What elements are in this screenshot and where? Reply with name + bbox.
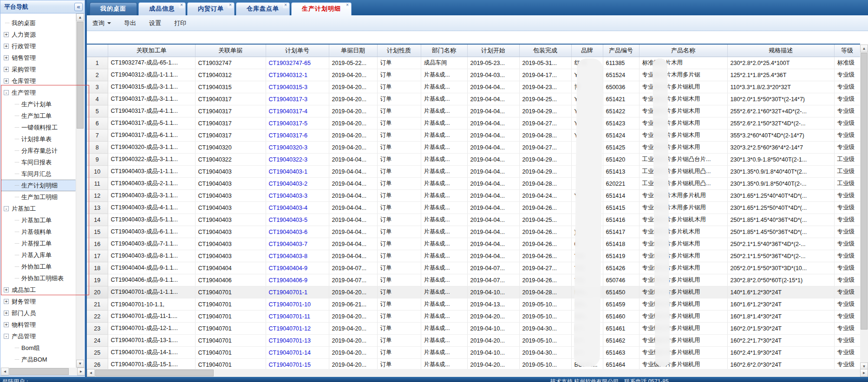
plan-no-link[interactable]: CT19040403-7 xyxy=(266,238,329,250)
grid-vertical-scrollbar[interactable]: ▲ ▼ xyxy=(860,45,868,370)
expand-icon[interactable]: + xyxy=(4,44,9,49)
sidebar-item-成品加工[interactable]: +成品加工 xyxy=(1,284,77,296)
expand-icon[interactable]: + xyxy=(4,311,9,316)
plan-no-link[interactable]: CT19040404-9 xyxy=(266,262,329,274)
table-row[interactable]: 8CT19040320-成品-3-1.1...CT19040320CT19040… xyxy=(87,142,860,154)
table-row[interactable]: 13CT19040403-成品-4-1.1...CT19040403CT1904… xyxy=(87,202,860,214)
sidebar-item-Bom组[interactable]: Bom组 xyxy=(1,342,77,354)
table-row[interactable]: 2CT19040312-成品-1-1.1...CT19040312CT19040… xyxy=(87,69,860,81)
scroll-right-button[interactable]: ► xyxy=(77,368,85,376)
table-row[interactable]: 22CT19040701-成品-11-1....CT19040701CT1904… xyxy=(87,311,860,323)
sidebar-item-生产管理[interactable]: -生产管理 xyxy=(1,87,77,98)
sidebar-item-财务管理[interactable]: +财务管理 xyxy=(1,296,77,307)
sidebar-item-产品管理[interactable]: -产品管理 xyxy=(1,330,77,342)
column-header-品牌[interactable]: 品牌 xyxy=(571,45,603,57)
plan-no-link[interactable]: CT19040701-12 xyxy=(266,323,329,335)
collapse-node-icon[interactable]: - xyxy=(4,334,9,339)
plan-no-link[interactable]: CT19040315-3 xyxy=(266,81,329,93)
table-row[interactable]: 14CT19040403-成品-5-1.1...CT19040403CT1904… xyxy=(87,214,860,226)
tab-仓库盘点单[interactable]: 仓库盘点单× xyxy=(236,2,290,15)
sidebar-item-生产加工明细[interactable]: 生产加工明细 xyxy=(1,191,77,203)
plan-no-link[interactable]: CT19040403-1 xyxy=(266,166,329,178)
plan-no-link[interactable]: CT19040403-5 xyxy=(266,214,329,226)
plan-no-link[interactable]: CT19040701-13 xyxy=(266,335,329,347)
row-number-header[interactable] xyxy=(87,45,108,57)
plan-no-link[interactable]: CT19040701-14 xyxy=(266,347,329,359)
toolbar-button-打印[interactable]: 打印 xyxy=(174,19,186,27)
sidebar-item-分库存量总计[interactable]: 分库存量总计 xyxy=(1,145,77,156)
table-row[interactable]: 20CT19040701-成品-1-1.1...CT19040701CT1904… xyxy=(87,286,860,298)
expand-icon[interactable]: + xyxy=(4,299,9,304)
sidebar-item-片基报工单[interactable]: 片基报工单 xyxy=(1,238,77,249)
plan-no-link[interactable]: CT19040403-4 xyxy=(266,202,329,214)
plan-no-link[interactable]: CT19040403-3 xyxy=(266,190,329,202)
column-header-计划开始[interactable]: 计划开始 xyxy=(467,45,519,57)
expand-icon[interactable]: + xyxy=(4,67,9,72)
toolbar-button-查询[interactable]: 查询 xyxy=(92,19,111,27)
table-row[interactable]: 9CT19040322-成品-3-1.1...CT19040322CT19040… xyxy=(87,154,860,166)
table-row[interactable]: 25CT19040701-成品-14-1....CT19040701CT1904… xyxy=(87,347,860,359)
plan-no-link[interactable]: CT19040317-5 xyxy=(266,117,329,129)
table-row[interactable]: 11CT19040403-成品-2-1.1...CT19040403CT1904… xyxy=(87,178,860,190)
sidebar-item-片基领料单[interactable]: 片基领料单 xyxy=(1,226,77,238)
plan-no-link[interactable]: CT19040403-8 xyxy=(266,250,329,262)
scroll-left-button[interactable]: ◄ xyxy=(87,369,95,377)
table-row[interactable]: 19CT19040406-成品-9-1.1...CT19040406CT1904… xyxy=(87,274,860,286)
column-header-等级[interactable]: 等级 xyxy=(834,45,860,57)
plan-no-link[interactable]: CT19040317-3 xyxy=(266,93,329,105)
table-row[interactable]: 17CT19040403-成品-8-1.1...CT19040403CT1904… xyxy=(87,250,860,262)
table-row[interactable]: 18CT19040404-成品-9-1.1...CT19040404CT1904… xyxy=(87,262,860,274)
table-row[interactable]: 7CT19040317-成品-6-1.1...CT19040317CT19040… xyxy=(87,129,860,142)
table-row[interactable]: 5CT19040317-成品-4-1.1...CT19040317CT19040… xyxy=(87,105,860,117)
expand-icon[interactable]: + xyxy=(4,32,9,37)
table-row[interactable]: 21CT19040701-10-1.1,CT19040701CT19040701… xyxy=(87,298,860,311)
sidebar-item-人力资源[interactable]: +人力资源 xyxy=(1,29,77,40)
collapse-panel-icon[interactable]: « xyxy=(74,3,83,11)
scrollbar-thumb[interactable] xyxy=(77,22,84,129)
tab-close-icon[interactable]: × xyxy=(179,3,184,8)
column-header-规格描述[interactable]: 规格描述 xyxy=(727,45,834,57)
expand-icon[interactable]: + xyxy=(4,55,9,60)
sidebar-item-车间月汇总[interactable]: 车间月汇总 xyxy=(1,168,77,180)
tab-我的桌面[interactable]: 我的桌面 xyxy=(90,2,137,15)
table-row[interactable]: 4CT19040317-成品-3-1.1...CT19040317CT19040… xyxy=(87,93,860,105)
tab-生产计划明细[interactable]: 生产计划明细× xyxy=(291,2,352,15)
column-header-部门名称[interactable]: 部门名称 xyxy=(421,45,467,57)
toolbar-button-导出[interactable]: 导出 xyxy=(124,19,136,27)
scrollbar-thumb[interactable] xyxy=(95,369,214,376)
plan-no-link[interactable]: CT19040403-6 xyxy=(266,226,329,238)
table-row[interactable]: 16CT19040403-成品-7-1.1...CT19040403CT1904… xyxy=(87,238,860,250)
sidebar-item-一键领料报工[interactable]: 一键领料报工 xyxy=(1,122,77,133)
sidebar-item-销售管理[interactable]: +销售管理 xyxy=(1,52,77,64)
tab-close-icon[interactable]: × xyxy=(228,3,233,8)
sidebar-item-仓库管理[interactable]: +仓库管理 xyxy=(1,75,77,87)
sidebar-item-生产加工单[interactable]: 生产加工单 xyxy=(1,110,77,122)
plan-no-link[interactable]: CT19040317-6 xyxy=(266,129,329,142)
sidebar-item-产品BOM[interactable]: 产品BOM xyxy=(1,354,77,365)
sidebar-item-片基加工单[interactable]: 片基加工单 xyxy=(1,214,77,226)
sidebar-horizontal-scrollbar[interactable]: ◄ ► xyxy=(1,368,85,376)
table-row[interactable]: 12CT19040403-成品-3-1.1...CT19040403CT1904… xyxy=(87,190,860,202)
plan-no-link[interactable]: CT19040322-3 xyxy=(266,154,329,166)
column-header-关联加工单[interactable]: 关联加工单 xyxy=(108,45,195,57)
table-row[interactable]: 15CT19040403-成品-6-1.1...CT19040403CT1904… xyxy=(87,226,860,238)
sidebar-item-片基加工[interactable]: -片基加工 xyxy=(1,203,77,214)
sidebar-item-计划排单表[interactable]: 计划排单表 xyxy=(1,133,77,145)
table-row[interactable]: 1CT19032747-成品-65-1....CT19032747CT19032… xyxy=(87,57,860,69)
toolbar-button-设置[interactable]: 设置 xyxy=(149,19,161,27)
plan-no-link[interactable]: CT19040701-10 xyxy=(266,298,329,311)
scroll-up-button[interactable]: ▲ xyxy=(76,13,84,21)
tab-close-icon[interactable]: × xyxy=(345,3,350,8)
expand-icon[interactable]: + xyxy=(4,287,9,292)
sidebar-item-部门人员[interactable]: +部门人员 xyxy=(1,307,77,319)
expand-icon[interactable]: + xyxy=(4,322,9,327)
sidebar-item-物料管理[interactable]: +物料管理 xyxy=(1,319,77,330)
scroll-right-button[interactable]: ► xyxy=(860,369,868,377)
plan-no-link[interactable]: CT19040403-2 xyxy=(266,178,329,190)
plan-no-link[interactable]: CT19040317-4 xyxy=(266,105,329,117)
sidebar-item-生产计划单[interactable]: 生产计划单 xyxy=(1,98,77,110)
collapse-node-icon[interactable]: - xyxy=(4,206,9,211)
table-row[interactable]: 23CT19040701-成品-12-1....CT19040701CT1904… xyxy=(87,323,860,335)
plan-no-link[interactable]: CT19040701-1 xyxy=(266,286,329,298)
table-row[interactable]: 6CT19040317-成品-5-1.1...CT19040317CT19040… xyxy=(87,117,860,129)
